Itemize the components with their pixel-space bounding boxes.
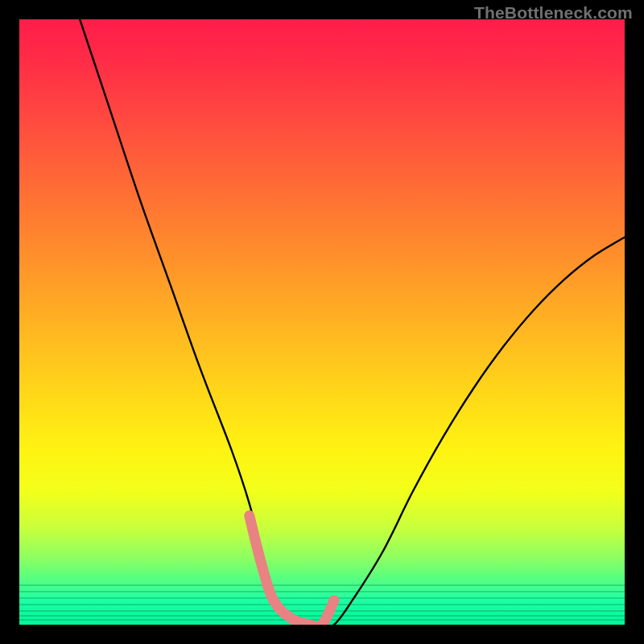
bottleneck-curve xyxy=(80,19,625,625)
watermark-text: TheBottleneck.com xyxy=(474,3,633,23)
highlight-curve xyxy=(250,516,334,625)
curve-svg xyxy=(19,19,625,625)
plot-area xyxy=(19,19,625,625)
chart-container: TheBottleneck.com xyxy=(0,0,644,644)
